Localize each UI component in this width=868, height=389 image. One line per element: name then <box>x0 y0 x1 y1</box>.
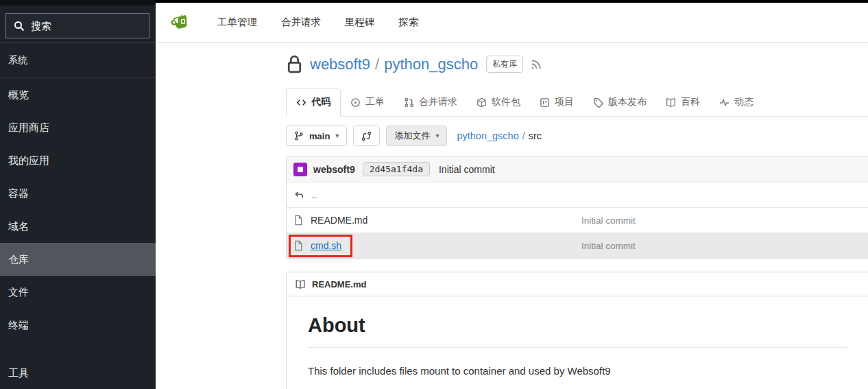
add-file-button[interactable]: 添加文件 ▾ <box>386 126 447 146</box>
branch-selector-button[interactable]: main ▾ <box>286 126 347 146</box>
commit-author[interactable]: websoft9 <box>313 164 355 175</box>
readme-body: About This folder includes files mount t… <box>287 296 868 389</box>
sidebar-item-repository[interactable]: 仓库 <box>0 243 156 276</box>
parent-directory-label[interactable]: .. <box>312 190 317 200</box>
sidebar-item-domains[interactable]: 域名 <box>0 210 156 243</box>
file-row-cmd-sh[interactable]: cmd.sh Initial commit <box>287 233 868 258</box>
nav-issues-admin[interactable]: 工单管理 <box>217 16 257 29</box>
avatar[interactable] <box>293 163 307 176</box>
tab-projects-label: 项目 <box>555 96 574 108</box>
tab-releases-label: 版本发布 <box>608 96 647 108</box>
repo-title: websoft9/python_gscho <box>310 56 478 73</box>
file-icon <box>293 240 303 251</box>
latest-commit-row: websoft9 2d45a1f4da Initial commit <box>287 156 868 182</box>
tab-activity-label: 动态 <box>734 96 754 108</box>
gitea-panel: 工单管理 合并请求 里程碑 探索 websoft9/python_gscho 私… <box>156 0 868 389</box>
rss-icon[interactable] <box>530 58 542 71</box>
tab-projects[interactable]: 项目 <box>530 89 583 116</box>
sidebar-top-strip <box>0 0 156 5</box>
file-name[interactable]: README.md <box>311 215 367 226</box>
file-row-readme[interactable]: README.md Initial commit <box>287 207 868 233</box>
gitea-navbar: 工单管理 合并请求 里程碑 探索 <box>156 3 868 43</box>
tab-issues[interactable]: 工单 <box>341 89 394 116</box>
sidebar-item-my-apps[interactable]: 我的应用 <box>0 144 156 177</box>
repo-name-link[interactable]: python_gscho <box>384 56 478 73</box>
book-icon <box>295 279 306 290</box>
tab-pull-requests[interactable]: 合并请求 <box>394 89 467 116</box>
file-name-link[interactable]: cmd.sh <box>311 240 341 251</box>
file-commit-message[interactable]: Initial commit <box>581 241 636 251</box>
tab-activity[interactable]: 动态 <box>710 89 763 116</box>
add-file-label: 添加文件 <box>394 130 430 142</box>
readme-paragraph: This folder includes files mount to cont… <box>308 365 847 377</box>
compare-button[interactable] <box>353 126 380 146</box>
file-table: websoft9 2d45a1f4da Initial commit .. <box>286 156 868 259</box>
sidebar-item-system[interactable]: 系统 <box>0 43 156 78</box>
nav-explore[interactable]: 探索 <box>399 16 419 29</box>
commit-message[interactable]: Initial commit <box>439 164 495 175</box>
repo-tabs: 代码 工单 合并请求 <box>286 89 868 117</box>
chevron-down-icon: ▾ <box>335 132 339 139</box>
sidebar-search-area <box>0 5 156 42</box>
tab-releases[interactable]: 版本发布 <box>583 89 656 116</box>
sidebar-search-box[interactable] <box>5 13 149 38</box>
app-window: 系统 概览 应用商店 我的应用 容器 域名 仓库 文件 终端 工具 <box>0 0 868 389</box>
readme-filename: README.md <box>312 279 366 290</box>
breadcrumb-repo-link[interactable]: python_gscho <box>457 130 518 141</box>
go-up-arrow-icon <box>293 190 304 200</box>
nav-milestones[interactable]: 里程碑 <box>345 16 375 29</box>
gitea-logo-icon[interactable] <box>170 12 192 33</box>
search-input[interactable] <box>31 20 141 32</box>
repo-owner-link[interactable]: websoft9 <box>310 56 370 73</box>
branch-name: main <box>309 131 330 141</box>
sidebar-item-files[interactable]: 文件 <box>0 276 156 309</box>
repo-header: websoft9/python_gscho 私有库 <box>286 43 868 74</box>
sidebar: 系统 概览 应用商店 我的应用 容器 域名 仓库 文件 终端 工具 <box>0 0 156 389</box>
sidebar-item-terminal[interactable]: 终端 <box>0 309 156 342</box>
tab-packages[interactable]: 软件包 <box>467 89 530 116</box>
parent-directory-row[interactable]: .. <box>287 182 868 207</box>
breadcrumb-separator: / <box>522 130 525 141</box>
file-icon <box>293 215 303 226</box>
branch-toolbar: main ▾ 添加文件 ▾ python_gscho/src <box>286 126 868 146</box>
tab-code[interactable]: 代码 <box>286 89 341 117</box>
tab-packages-label: 软件包 <box>492 96 520 108</box>
repo-title-separator: / <box>375 56 379 73</box>
gitea-nav-links: 工单管理 合并请求 里程碑 探索 <box>217 16 419 29</box>
readme-heading: About <box>308 314 847 348</box>
readme-header: README.md <box>287 272 868 296</box>
file-commit-message[interactable]: Initial commit <box>581 215 636 226</box>
tab-wiki-label: 百科 <box>681 96 700 108</box>
search-icon <box>14 21 25 32</box>
commit-sha-badge[interactable]: 2d45a1f4da <box>363 162 430 176</box>
readme-panel: README.md About This folder includes fil… <box>286 272 868 389</box>
sidebar-item-overview[interactable]: 概览 <box>0 78 156 111</box>
tab-code-label: 代码 <box>311 96 330 108</box>
breadcrumb-path: src <box>529 130 542 141</box>
repo-content: websoft9/python_gscho 私有库 代码 <box>286 43 868 389</box>
tab-issues-label: 工单 <box>365 96 385 108</box>
sidebar-item-tools[interactable]: 工具 <box>0 357 156 389</box>
nav-pull-requests[interactable]: 合并请求 <box>281 16 321 29</box>
sidebar-item-containers[interactable]: 容器 <box>0 177 156 210</box>
chevron-down-icon: ▾ <box>435 132 439 139</box>
tab-wiki[interactable]: 百科 <box>656 89 710 116</box>
breadcrumb: python_gscho/src <box>457 130 542 141</box>
visibility-badge: 私有库 <box>486 56 523 73</box>
tab-pull-requests-label: 合并请求 <box>419 96 457 108</box>
lock-icon <box>286 54 303 74</box>
sidebar-item-app-store[interactable]: 应用商店 <box>0 111 156 144</box>
